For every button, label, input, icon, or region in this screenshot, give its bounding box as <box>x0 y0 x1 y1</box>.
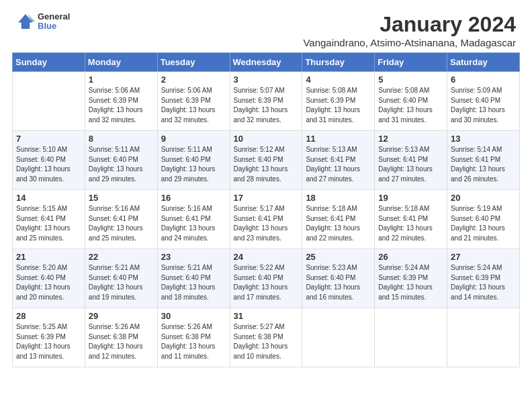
calendar-cell: 11Sunrise: 5:13 AM Sunset: 6:41 PM Dayli… <box>302 131 375 190</box>
day-info: Sunrise: 5:19 AM Sunset: 6:40 PM Dayligh… <box>451 204 516 243</box>
day-number: 28 <box>16 311 81 321</box>
calendar-body: 1Sunrise: 5:06 AM Sunset: 6:39 PM Daylig… <box>13 72 520 367</box>
calendar-cell: 12Sunrise: 5:13 AM Sunset: 6:41 PM Dayli… <box>375 131 447 190</box>
calendar-cell <box>13 72 85 131</box>
title-block: January 2024 Vangaindrano, Atsimo-Atsina… <box>303 12 516 48</box>
logo-line1: General <box>38 12 70 21</box>
day-number: 14 <box>16 193 81 203</box>
calendar-cell: 13Sunrise: 5:14 AM Sunset: 6:41 PM Dayli… <box>447 131 520 190</box>
day-info: Sunrise: 5:18 AM Sunset: 6:41 PM Dayligh… <box>306 204 371 243</box>
logo-text: General Blue <box>38 12 70 32</box>
day-info: Sunrise: 5:21 AM Sunset: 6:40 PM Dayligh… <box>89 263 154 302</box>
header-cell-friday: Friday <box>375 53 447 72</box>
calendar-cell: 15Sunrise: 5:16 AM Sunset: 6:41 PM Dayli… <box>85 190 157 249</box>
day-info: Sunrise: 5:07 AM Sunset: 6:39 PM Dayligh… <box>234 86 299 125</box>
calendar-cell: 21Sunrise: 5:20 AM Sunset: 6:40 PM Dayli… <box>13 249 85 308</box>
calendar-cell: 31Sunrise: 5:27 AM Sunset: 6:38 PM Dayli… <box>230 308 302 367</box>
calendar-cell: 3Sunrise: 5:07 AM Sunset: 6:39 PM Daylig… <box>230 72 302 131</box>
calendar-cell: 29Sunrise: 5:26 AM Sunset: 6:38 PM Dayli… <box>85 308 157 367</box>
day-number: 2 <box>161 75 226 85</box>
day-number: 1 <box>89 75 154 85</box>
calendar-table: SundayMondayTuesdayWednesdayThursdayFrid… <box>12 52 520 367</box>
day-number: 30 <box>161 311 226 321</box>
day-info: Sunrise: 5:16 AM Sunset: 6:41 PM Dayligh… <box>89 204 154 243</box>
calendar-cell: 9Sunrise: 5:11 AM Sunset: 6:40 PM Daylig… <box>157 131 230 190</box>
day-number: 26 <box>378 252 443 262</box>
calendar-cell: 1Sunrise: 5:06 AM Sunset: 6:39 PM Daylig… <box>85 72 157 131</box>
day-number: 13 <box>451 134 516 144</box>
day-info: Sunrise: 5:11 AM Sunset: 6:40 PM Dayligh… <box>161 145 226 184</box>
day-info: Sunrise: 5:24 AM Sunset: 6:39 PM Dayligh… <box>378 263 443 302</box>
day-number: 8 <box>89 134 154 144</box>
day-number: 23 <box>161 252 226 262</box>
calendar-cell: 26Sunrise: 5:24 AM Sunset: 6:39 PM Dayli… <box>375 249 447 308</box>
calendar-cell <box>302 308 375 367</box>
day-info: Sunrise: 5:08 AM Sunset: 6:39 PM Dayligh… <box>306 86 371 125</box>
day-number: 25 <box>306 252 371 262</box>
day-info: Sunrise: 5:22 AM Sunset: 6:40 PM Dayligh… <box>234 263 299 302</box>
calendar-cell: 20Sunrise: 5:19 AM Sunset: 6:40 PM Dayli… <box>447 190 520 249</box>
calendar-cell: 23Sunrise: 5:21 AM Sunset: 6:40 PM Dayli… <box>157 249 230 308</box>
day-info: Sunrise: 5:26 AM Sunset: 6:38 PM Dayligh… <box>161 322 226 361</box>
day-info: Sunrise: 5:06 AM Sunset: 6:39 PM Dayligh… <box>89 86 154 125</box>
header-cell-sunday: Sunday <box>13 53 85 72</box>
header-cell-thursday: Thursday <box>302 53 375 72</box>
day-info: Sunrise: 5:20 AM Sunset: 6:40 PM Dayligh… <box>16 263 81 302</box>
day-number: 21 <box>16 252 81 262</box>
day-info: Sunrise: 5:06 AM Sunset: 6:39 PM Dayligh… <box>161 86 226 125</box>
week-row-3: 14Sunrise: 5:15 AM Sunset: 6:41 PM Dayli… <box>13 190 520 249</box>
calendar-cell: 19Sunrise: 5:18 AM Sunset: 6:41 PM Dayli… <box>375 190 447 249</box>
day-info: Sunrise: 5:16 AM Sunset: 6:41 PM Dayligh… <box>161 204 226 243</box>
calendar-header: SundayMondayTuesdayWednesdayThursdayFrid… <box>13 53 520 72</box>
day-number: 4 <box>306 75 371 85</box>
day-number: 17 <box>234 193 299 203</box>
page-header: General Blue January 2024 Vangaindrano, … <box>0 0 532 52</box>
calendar-cell: 18Sunrise: 5:18 AM Sunset: 6:41 PM Dayli… <box>302 190 375 249</box>
calendar-cell: 25Sunrise: 5:23 AM Sunset: 6:40 PM Dayli… <box>302 249 375 308</box>
day-info: Sunrise: 5:21 AM Sunset: 6:40 PM Dayligh… <box>161 263 226 302</box>
day-number: 15 <box>89 193 154 203</box>
day-number: 9 <box>161 134 226 144</box>
day-info: Sunrise: 5:18 AM Sunset: 6:41 PM Dayligh… <box>378 204 443 243</box>
day-number: 3 <box>234 75 299 85</box>
calendar-cell: 14Sunrise: 5:15 AM Sunset: 6:41 PM Dayli… <box>13 190 85 249</box>
day-info: Sunrise: 5:24 AM Sunset: 6:39 PM Dayligh… <box>451 263 516 302</box>
day-info: Sunrise: 5:12 AM Sunset: 6:40 PM Dayligh… <box>234 145 299 184</box>
calendar-cell: 24Sunrise: 5:22 AM Sunset: 6:40 PM Dayli… <box>230 249 302 308</box>
calendar-cell: 2Sunrise: 5:06 AM Sunset: 6:39 PM Daylig… <box>157 72 230 131</box>
day-number: 18 <box>306 193 371 203</box>
week-row-4: 21Sunrise: 5:20 AM Sunset: 6:40 PM Dayli… <box>13 249 520 308</box>
calendar-cell: 8Sunrise: 5:11 AM Sunset: 6:40 PM Daylig… <box>85 131 157 190</box>
day-info: Sunrise: 5:13 AM Sunset: 6:41 PM Dayligh… <box>306 145 371 184</box>
day-info: Sunrise: 5:09 AM Sunset: 6:40 PM Dayligh… <box>451 86 516 125</box>
day-info: Sunrise: 5:11 AM Sunset: 6:40 PM Dayligh… <box>89 145 154 184</box>
day-info: Sunrise: 5:25 AM Sunset: 6:39 PM Dayligh… <box>16 322 81 361</box>
header-cell-wednesday: Wednesday <box>230 53 302 72</box>
day-number: 12 <box>378 134 443 144</box>
header-row: SundayMondayTuesdayWednesdayThursdayFrid… <box>13 53 520 72</box>
calendar-cell: 28Sunrise: 5:25 AM Sunset: 6:39 PM Dayli… <box>13 308 85 367</box>
day-info: Sunrise: 5:10 AM Sunset: 6:40 PM Dayligh… <box>16 145 81 184</box>
week-row-2: 7Sunrise: 5:10 AM Sunset: 6:40 PM Daylig… <box>13 131 520 190</box>
main-title: January 2024 <box>303 12 516 37</box>
calendar-cell: 5Sunrise: 5:08 AM Sunset: 6:40 PM Daylig… <box>375 72 447 131</box>
day-number: 29 <box>89 311 154 321</box>
day-number: 16 <box>161 193 226 203</box>
calendar-cell <box>375 308 447 367</box>
calendar-container: SundayMondayTuesdayWednesdayThursdayFrid… <box>0 52 532 377</box>
logo-icon <box>16 12 35 31</box>
calendar-cell: 22Sunrise: 5:21 AM Sunset: 6:40 PM Dayli… <box>85 249 157 308</box>
header-cell-tuesday: Tuesday <box>157 53 230 72</box>
day-number: 22 <box>89 252 154 262</box>
calendar-cell: 4Sunrise: 5:08 AM Sunset: 6:39 PM Daylig… <box>302 72 375 131</box>
day-info: Sunrise: 5:15 AM Sunset: 6:41 PM Dayligh… <box>16 204 81 243</box>
calendar-cell: 10Sunrise: 5:12 AM Sunset: 6:40 PM Dayli… <box>230 131 302 190</box>
day-info: Sunrise: 5:14 AM Sunset: 6:41 PM Dayligh… <box>451 145 516 184</box>
calendar-cell: 7Sunrise: 5:10 AM Sunset: 6:40 PM Daylig… <box>13 131 85 190</box>
logo: General Blue <box>16 12 70 32</box>
calendar-cell: 30Sunrise: 5:26 AM Sunset: 6:38 PM Dayli… <box>157 308 230 367</box>
calendar-cell: 27Sunrise: 5:24 AM Sunset: 6:39 PM Dayli… <box>447 249 520 308</box>
day-info: Sunrise: 5:08 AM Sunset: 6:40 PM Dayligh… <box>378 86 443 125</box>
day-number: 5 <box>378 75 443 85</box>
calendar-cell: 17Sunrise: 5:17 AM Sunset: 6:41 PM Dayli… <box>230 190 302 249</box>
